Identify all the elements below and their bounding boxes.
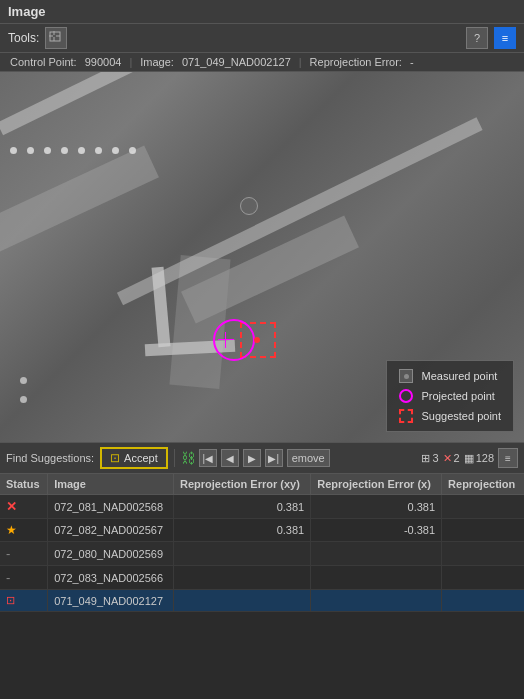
projected-icon — [399, 389, 413, 403]
status-icon-x: ✕ — [6, 499, 17, 514]
legend-item-projected: Projected point — [399, 389, 501, 403]
table-row[interactable]: ★072_082_NAD0025670.381-0.381 — [0, 519, 524, 542]
count-badge-3: ⊞ 3 — [421, 452, 438, 465]
cell-status: ⊡ — [0, 590, 48, 612]
cell-rep-x: -0.381 — [311, 519, 442, 542]
dots-col-left — [20, 377, 27, 403]
title-bar: Image — [0, 0, 524, 24]
window-title: Image — [8, 4, 46, 19]
cell-status: - — [0, 542, 48, 566]
find-suggestions-label: Find Suggestions: — [6, 452, 94, 464]
col-header-image: Image — [48, 474, 174, 495]
count-badge-128: ▦ 128 — [464, 452, 494, 465]
table-header-row: Status Image Reprojection Error (xy) Rep… — [0, 474, 524, 495]
cell-image: 072_080_NAD002569 — [48, 542, 174, 566]
table-wrapper: Status Image Reprojection Error (xy) Rep… — [0, 474, 524, 612]
cell-rep-xy — [174, 590, 311, 612]
road-line-upper — [0, 72, 318, 135]
status-icon-suggested: ⊡ — [6, 594, 15, 606]
cell-rep — [442, 590, 524, 612]
separator-1 — [174, 449, 175, 467]
col-header-rep-xy: Reprojection Error (xy) — [174, 474, 311, 495]
col-header-status: Status — [0, 474, 48, 495]
cell-image: 071_049_NAD002127 — [48, 590, 174, 612]
table-row[interactable]: -072_083_NAD002566 — [0, 566, 524, 590]
measured-icon — [399, 369, 413, 383]
control-point-label: Control Point: — [10, 56, 77, 68]
nav-prev-button[interactable]: ◀ — [221, 449, 239, 467]
road-line-lower — [117, 117, 483, 305]
tool-button-zoom[interactable] — [45, 27, 67, 49]
cell-rep-xy: 0.381 — [174, 495, 311, 519]
table-row[interactable]: ⊡071_049_NAD002127 — [0, 590, 524, 612]
legend-item-measured: Measured point — [399, 369, 501, 383]
status-icon-star: ★ — [6, 523, 17, 537]
col-header-rep-x: Reprojection Error (x) — [311, 474, 442, 495]
cell-image: 072_083_NAD002566 — [48, 566, 174, 590]
remove-button[interactable]: emove — [287, 449, 330, 467]
dots-row-1 — [10, 147, 136, 154]
reprojection-value: - — [410, 56, 414, 68]
count-value-128: 128 — [476, 452, 494, 464]
suggested-label: Suggested point — [421, 410, 501, 422]
reprojection-label: Reprojection Error: — [310, 56, 402, 68]
accept-icon: ⊡ — [110, 451, 120, 465]
tools-left: Tools: — [8, 27, 67, 49]
cell-rep-xy — [174, 542, 311, 566]
cell-rep-xy: 0.381 — [174, 519, 311, 542]
image-value: 071_049_NAD002127 — [182, 56, 291, 68]
table-row[interactable]: -072_080_NAD002569 — [0, 542, 524, 566]
projected-crosshair-h — [218, 339, 234, 340]
accept-button[interactable]: ⊡ Accept — [100, 447, 168, 469]
cell-image: 072_082_NAD002567 — [48, 519, 174, 542]
settings-button[interactable]: ≡ — [494, 27, 516, 49]
control-point-value: 990004 — [85, 56, 122, 68]
table-row[interactable]: ✕072_081_NAD0025680.3810.381 — [0, 495, 524, 519]
cell-rep — [442, 566, 524, 590]
accept-label: Accept — [124, 452, 158, 464]
cell-status: ★ — [0, 519, 48, 542]
object-marker — [240, 197, 258, 215]
info-bar: Control Point: 990004 | Image: 071_049_N… — [0, 53, 524, 72]
image-label: Image: — [140, 56, 174, 68]
cell-status: ✕ — [0, 495, 48, 519]
nav-next-button[interactable]: ▶ — [243, 449, 261, 467]
data-table: Status Image Reprojection Error (xy) Rep… — [0, 474, 524, 612]
grid-settings-button[interactable]: ≡ — [498, 448, 518, 468]
measured-label: Measured point — [421, 370, 497, 382]
suggested-icon — [399, 409, 413, 423]
measured-dot — [254, 337, 260, 343]
cell-rep — [442, 542, 524, 566]
projected-label: Projected point — [421, 390, 494, 402]
image-viewport: Measured point Projected point Suggested… — [0, 72, 524, 442]
count-value-3: 3 — [432, 452, 438, 464]
nav-last-button[interactable]: ▶| — [265, 449, 283, 467]
status-icon-dash: - — [6, 570, 10, 585]
remove-label: emove — [292, 452, 325, 464]
count-badge-2: ✕ 2 — [443, 452, 460, 465]
status-icon-dash: - — [6, 546, 10, 561]
cell-rep-x — [311, 542, 442, 566]
cell-image: 072_081_NAD002568 — [48, 495, 174, 519]
road-stripe-1 — [0, 146, 159, 254]
cell-rep-x — [311, 566, 442, 590]
projected-circle — [213, 319, 255, 361]
projected-crosshair-v — [225, 332, 226, 348]
cell-status: - — [0, 566, 48, 590]
count-icon-x: ✕ — [443, 452, 452, 465]
count-icon-flag: ⊞ — [421, 452, 430, 465]
legend-item-suggested: Suggested point — [399, 409, 501, 423]
count-icon-grid: ▦ — [464, 452, 474, 465]
cell-rep-xy — [174, 566, 311, 590]
nav-first-button[interactable]: |◀ — [199, 449, 217, 467]
tools-bar: Tools: ? ≡ — [0, 24, 524, 53]
legend-overlay: Measured point Projected point Suggested… — [386, 360, 514, 432]
bottom-toolbar: Find Suggestions: ⊡ Accept ⛓ |◀ ◀ ▶ ▶| e… — [0, 442, 524, 474]
nav-link-button[interactable]: ⛓ — [181, 450, 195, 466]
tools-label: Tools: — [8, 31, 39, 45]
tools-right: ? ≡ — [466, 27, 516, 49]
cell-rep — [442, 519, 524, 542]
col-header-rep: Reprojection — [442, 474, 524, 495]
help-button[interactable]: ? — [466, 27, 488, 49]
cell-rep — [442, 495, 524, 519]
